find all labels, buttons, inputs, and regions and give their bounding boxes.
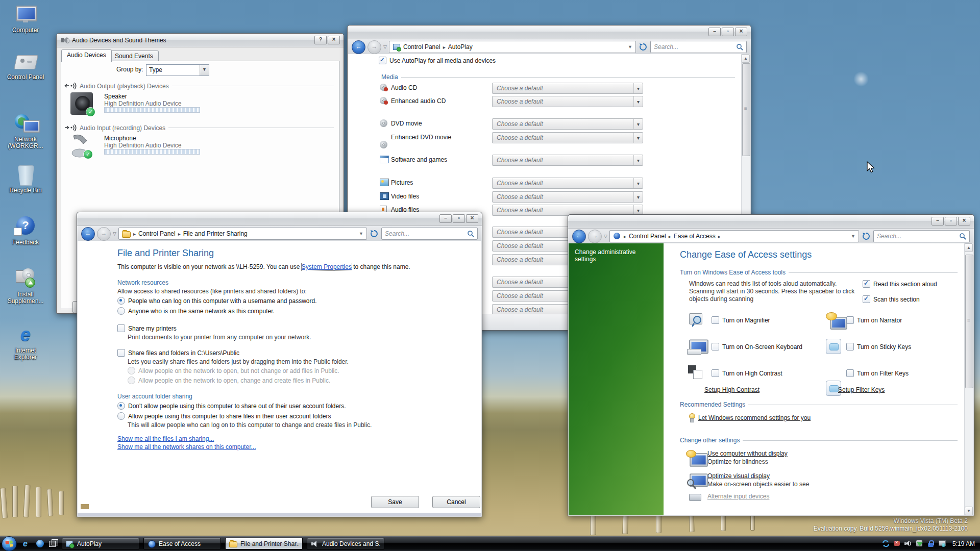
nav-history-chevron-icon[interactable]: ▽ [604, 234, 607, 239]
read-aloud-checkbox[interactable] [863, 280, 870, 288]
forward-button[interactable]: → [588, 230, 602, 243]
autoplay-titlebar[interactable] [348, 26, 751, 39]
eoa-scrollbar[interactable]: ▲ ▼ [964, 243, 973, 515]
scan-section-row[interactable]: Scan this section [863, 295, 920, 303]
desktop-icon-internet-explorer[interactable]: e InternetExplorer [2, 324, 49, 361]
sidebar-item-admin-settings[interactable]: Change administrative settings [569, 243, 664, 268]
breadcrumb-fps[interactable]: File and Printer Sharing [183, 230, 248, 237]
address-dropdown-icon[interactable]: ▼ [359, 231, 363, 236]
network-icon[interactable] [938, 540, 946, 547]
cancel-button[interactable]: Cancel [432, 496, 480, 508]
scroll-up-icon[interactable]: ▲ [965, 243, 973, 252]
nav-history-chevron-icon[interactable]: ▽ [383, 44, 387, 49]
taskbar-button-fps[interactable]: File and Printer Shar... [225, 538, 303, 549]
search-box[interactable]: Search... [650, 41, 747, 53]
sticky-keys-checkbox[interactable] [846, 343, 854, 350]
pictures-default-select[interactable]: Choose a default [492, 178, 643, 189]
breadcrumb-autoplay[interactable]: AutoPlay [448, 43, 473, 51]
setup-filter-keys-link[interactable]: Setup Filter Keys [838, 386, 885, 393]
search-icon[interactable] [736, 43, 743, 51]
breadcrumb-control-panel[interactable]: Control Panel [629, 233, 666, 240]
desktop-icon-control-panel[interactable]: Control Panel [2, 51, 49, 81]
back-button[interactable]: ← [352, 40, 365, 54]
read-aloud-row[interactable]: Read this section aloud [863, 280, 937, 288]
microphone-device-icon[interactable] [69, 134, 94, 158]
show-network-shares-link[interactable]: Show me all the network shares on this c… [117, 443, 256, 450]
audio-cd-default-select[interactable]: Choose a default [492, 83, 643, 94]
update-icon[interactable] [916, 540, 923, 547]
maximize-button[interactable] [945, 217, 957, 226]
checkbox-row[interactable]: Share my printers [117, 324, 466, 332]
on-screen-keyboard-checkbox[interactable] [712, 343, 719, 350]
network-option-1-radio[interactable] [117, 297, 125, 305]
radio-row[interactable]: Allow people using this computer to shar… [117, 412, 466, 420]
toggle-row[interactable]: Turn on High Contrast [712, 369, 782, 377]
video-files-default-select[interactable]: Choose a default [492, 191, 643, 203]
filter-keys-checkbox[interactable] [846, 369, 854, 377]
start-button[interactable] [2, 536, 17, 551]
minimize-button[interactable] [439, 214, 452, 223]
system-properties-link[interactable]: System Properties [302, 263, 352, 270]
desktop-icon-install-supplements[interactable]: InstallSupplemen... [2, 268, 49, 305]
lock-icon[interactable] [927, 540, 935, 547]
scroll-up-icon[interactable]: ▲ [742, 54, 750, 63]
setup-high-contrast-link[interactable]: Setup High Contrast [704, 386, 760, 393]
speaker-device-icon[interactable] [70, 92, 93, 115]
device-name[interactable]: Microphone [104, 135, 136, 142]
nav-history-chevron-icon[interactable]: ▽ [113, 231, 116, 236]
help-button[interactable] [314, 36, 327, 44]
enhanced-audio-cd-default-select[interactable]: Choose a default [492, 96, 643, 107]
forward-button[interactable]: → [368, 40, 381, 54]
dvd-movie-default-select[interactable]: Choose a default [492, 118, 643, 130]
recommend-settings-link[interactable]: Let Windows recommend settings for you [698, 414, 811, 421]
media-player-quicklaunch-icon[interactable] [36, 539, 45, 548]
breadcrumb-separator-icon[interactable] [178, 230, 181, 237]
maximize-button[interactable] [453, 214, 465, 223]
minimize-button[interactable] [708, 28, 721, 36]
user-account-option-2-radio[interactable] [117, 412, 125, 420]
use-computer-without-display-link[interactable]: Use computer without display [707, 450, 788, 457]
tab-audio-devices[interactable]: Audio Devices [61, 49, 112, 62]
minimize-button[interactable] [932, 217, 944, 226]
user-account-option-1-radio[interactable] [117, 402, 125, 410]
desktop-icon-feedback[interactable]: ? Feedback [2, 216, 49, 246]
toggle-row[interactable]: Turn on Narrator [846, 316, 902, 324]
radio-row[interactable]: People who can log on this computer with… [117, 297, 466, 305]
search-icon[interactable] [467, 230, 474, 237]
toggle-row[interactable]: Turn on On-Screen Keyboard [712, 343, 802, 350]
radio-row[interactable]: Anyone who is on the same network as thi… [117, 307, 466, 315]
address-dropdown-icon[interactable]: ▼ [851, 234, 855, 239]
checkbox-row[interactable]: Share files and folders in C:\Users\Publ… [117, 349, 466, 357]
recommend-row[interactable]: Let Windows recommend settings for you [688, 413, 958, 422]
optimize-visual-display-link[interactable]: Optimize visual display [707, 472, 770, 480]
radio-row[interactable]: Don't allow people using this computer t… [117, 402, 466, 410]
close-button[interactable] [466, 214, 478, 223]
taskbar-button-autoplay[interactable]: AutoPlay [62, 538, 139, 549]
close-button[interactable] [328, 36, 340, 44]
high-contrast-checkbox[interactable] [712, 369, 719, 377]
toggle-row[interactable]: Turn on Sticky Keys [846, 343, 911, 350]
desktop-icon-network[interactable]: Network(WORKGR... [2, 113, 49, 149]
switch-windows-icon[interactable] [48, 539, 58, 548]
forward-button[interactable]: → [97, 227, 111, 241]
close-button[interactable] [958, 217, 970, 226]
internet-explorer-quicklaunch-icon[interactable]: e [23, 539, 32, 548]
scan-section-checkbox[interactable] [863, 295, 870, 303]
share-printers-checkbox[interactable] [117, 324, 125, 332]
device-name[interactable]: Speaker [104, 93, 127, 100]
breadcrumb-separator-icon[interactable] [718, 233, 721, 240]
toggle-row[interactable]: Turn on Magnifier [712, 316, 770, 324]
save-button[interactable]: Save [371, 496, 419, 508]
taskbar-clock[interactable]: 5:19 AM [952, 540, 975, 547]
search-box[interactable]: Search... [873, 230, 970, 242]
enhanced-dvd-movie-default-select[interactable]: Choose a default [492, 132, 643, 143]
phone-disconnect-icon[interactable]: × [893, 540, 901, 547]
scroll-thumb[interactable] [742, 63, 750, 156]
use-autoplay-checkbox[interactable] [379, 57, 386, 64]
breadcrumb-control-panel[interactable]: Control Panel [403, 43, 440, 51]
address-dropdown-icon[interactable]: ▼ [628, 44, 632, 49]
refresh-icon[interactable] [638, 42, 648, 52]
magnifier-checkbox[interactable] [712, 316, 719, 324]
alternate-input-devices-link[interactable]: Alternate input devices [707, 493, 769, 500]
back-button[interactable]: ← [572, 230, 586, 243]
